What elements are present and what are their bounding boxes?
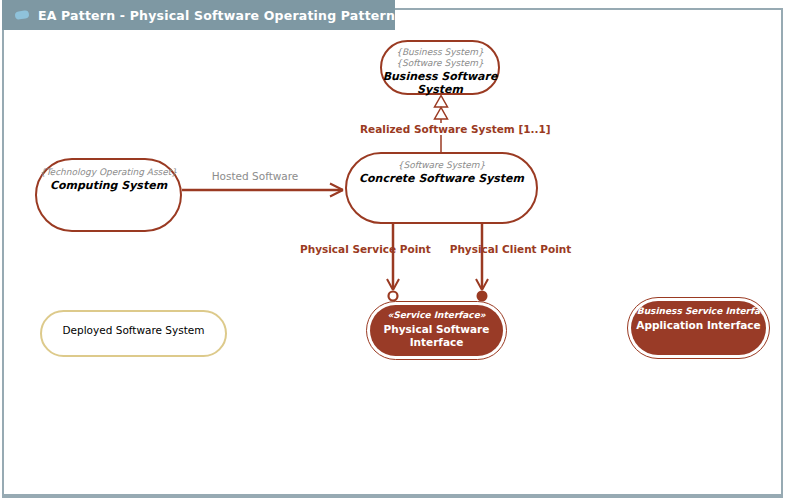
node-name: Business Software System [382,70,498,96]
node-name: Physical Software Interface [370,323,503,349]
node-name: Computing System [37,179,180,192]
interface-body: «Service Interface» Physical Software In… [370,305,503,356]
edge-label-physical-service-point: Physical Service Point [300,243,430,255]
stereotype-label: «Business Service Interface» [631,306,766,317]
edge-label-hosted-software: Hosted Software [195,170,315,182]
stereotype-label: {Technology Operating Asset} [37,167,180,178]
node-deployed-software-system[interactable]: Deployed Software System [40,310,227,357]
node-name: Application Interface [631,319,766,332]
node-name: Deployed Software System [42,324,225,337]
node-name: Concrete Software System [347,172,536,185]
node-concrete-software-system[interactable]: {Software System} Concrete Software Syst… [345,152,538,224]
node-computing-system[interactable]: {Technology Operating Asset} Computing S… [35,158,182,232]
stereotype-label: {Business System} [382,47,498,58]
edge-label-realized-software-system: Realized Software System [1..1] [358,123,526,135]
stereotype-label: {Software System} [382,58,498,69]
diagram-title-tab[interactable]: EA Pattern - Physical Software Operating… [2,0,395,30]
diagram-title: EA Pattern - Physical Software Operating… [38,8,395,23]
interface-body: «Business Service Interface» Application… [631,301,766,355]
node-application-interface[interactable]: «Business Service Interface» Application… [627,297,770,359]
edge-label-physical-client-point: Physical Client Point [448,243,573,255]
node-physical-software-interface[interactable]: «Service Interface» Physical Software In… [366,301,507,360]
node-business-software-system[interactable]: {Business System} {Software System} Busi… [380,40,500,95]
pattern-icon [15,10,30,20]
stereotype-label: «Service Interface» [370,310,503,321]
stereotype-label: {Software System} [347,160,536,171]
diagram-canvas: EA Pattern - Physical Software Operating… [0,0,785,498]
